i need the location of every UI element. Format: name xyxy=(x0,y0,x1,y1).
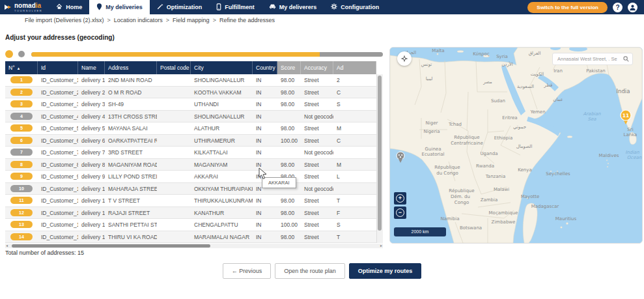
row-number-cell: 6 xyxy=(5,135,38,147)
horizontal-scrollbar[interactable]: ◂ ▸ xyxy=(5,244,383,248)
user-icon[interactable] xyxy=(628,3,637,12)
geocoding-progress xyxy=(5,50,383,59)
scroll-left-icon[interactable]: ◂ xyxy=(6,243,8,248)
table-row[interactable]: 2ID_Customer_2delivery 2O M R ROADKOOTHA… xyxy=(5,87,383,99)
row-number-cell: 10 xyxy=(5,183,38,195)
breadcrumb-item[interactable]: Refine the addresses xyxy=(219,17,275,23)
cell-address: OARKATPATTEAI ROAD xyxy=(105,135,157,147)
cell-accuracy: Street xyxy=(301,74,333,86)
table-row[interactable]: 1ID_Customer_1delivery 12ND MAIN ROADSHO… xyxy=(5,74,383,87)
cell-id: ID_Customer_1 xyxy=(38,74,78,86)
vertical-scrollbar[interactable] xyxy=(376,74,383,243)
table-row[interactable]: 4ID_Customer_4delivery 413TH CROSS STREE… xyxy=(5,111,383,123)
cell-postal xyxy=(157,183,191,195)
tab-my-deliveries[interactable]: My deliveries xyxy=(89,0,150,14)
addresses-table: N°▲IdNameAddressPostal codeCityCountrySc… xyxy=(5,61,383,243)
cell-address: T V STREET xyxy=(105,195,157,206)
table-row[interactable]: 12ID_Customer_12delivery 12RAJAJI STREET… xyxy=(5,207,383,220)
table-row[interactable]: 13ID_Customer_13delivery 13SANTHI PETTAI… xyxy=(5,219,383,231)
cell-accuracy: Street xyxy=(301,219,333,231)
zoom-out-button[interactable]: − xyxy=(394,206,406,219)
map-label: Congo xyxy=(455,200,469,205)
breadcrumb-item[interactable]: Location indicators xyxy=(114,17,163,23)
optimize-my-routes-button[interactable]: Optimize my routes xyxy=(349,263,422,279)
map-label: Sudan xyxy=(491,98,505,104)
cell-found: 2 xyxy=(333,74,376,86)
tab-configuration[interactable]: Configuration xyxy=(324,0,386,14)
column-header-id[interactable]: Id xyxy=(38,61,78,74)
vertical-scroll-thumb[interactable] xyxy=(378,76,382,231)
cell-accuracy: Not geocoded xyxy=(301,111,333,122)
table-row[interactable]: 14ID_Customer_14delivery 14THIRU VI KA R… xyxy=(5,231,383,244)
map-label: Syria xyxy=(496,54,508,59)
cell-postal xyxy=(157,159,191,171)
cell-city: MAGANIYAM xyxy=(191,159,253,171)
map-label: Κύπρος xyxy=(473,51,490,57)
cell-address: MAYANA SALAI xyxy=(105,122,157,134)
help-icon[interactable]: ? xyxy=(613,3,623,12)
cell-found: C xyxy=(333,135,376,147)
column-header-accuracy[interactable]: Accuracy xyxy=(301,61,333,74)
cell-city: THIRUKKALUKUNRAM xyxy=(191,195,253,206)
row-number-cell: 11 xyxy=(5,195,38,206)
table-row[interactable]: 10ID_Customer_10delivery 10MAHARAJA STRE… xyxy=(5,183,383,195)
zoom-in-button[interactable]: + xyxy=(394,192,406,205)
column-header-country[interactable]: Country xyxy=(253,61,277,74)
logo-arrow-icon xyxy=(4,3,12,11)
cell-score: 98.00 xyxy=(277,231,301,243)
table-row[interactable]: 6ID_Customer_6delivery 6OARKATPATTEAI RO… xyxy=(5,135,383,147)
breadcrumb-item[interactable]: File import (Deliveries (2).xlsx) xyxy=(25,17,104,23)
column-header-ad[interactable]: Ad xyxy=(333,61,376,74)
table-row[interactable]: 11ID_Customer_11delivery 11T V STREETTHI… xyxy=(5,195,383,207)
open-route-plan-button[interactable]: Open the route plan xyxy=(275,263,345,279)
column-header-name[interactable]: Name xyxy=(78,61,105,74)
nomadia-logo[interactable]: nomadia TOURSOLVER xyxy=(0,0,49,14)
table-row[interactable]: 9ID_Customer_9delivery 9LILLY POND STREE… xyxy=(5,171,383,183)
row-number-pill: 4 xyxy=(10,113,33,120)
column-header-score[interactable]: Score xyxy=(277,61,301,74)
table-row[interactable]: 8ID_Customer_8delivery 8MAGANIYAM ROADMA… xyxy=(5,159,383,171)
cell-address: 3RD STREET xyxy=(105,147,157,158)
breadcrumb-item[interactable]: Field mapping xyxy=(173,17,210,23)
table-row[interactable]: 3ID_Customer_3delivery 3SH-49UTHANDIIN98… xyxy=(5,98,383,111)
map-label: Guinea xyxy=(425,147,441,152)
map-search-box[interactable] xyxy=(552,53,633,65)
column-header-n-[interactable]: N°▲ xyxy=(5,61,38,74)
map-search-input[interactable] xyxy=(556,55,623,63)
world-map[interactable]: الجزائرتونسMaltaΚύπροςSyriaالعراقالأردنا… xyxy=(390,48,642,243)
tab-my-deliverers[interactable]: My deliverers xyxy=(262,0,324,14)
switch-full-version-button[interactable]: Switch to the full version xyxy=(527,2,608,13)
map-label: ليبيا xyxy=(426,76,433,81)
horizontal-scroll-thumb[interactable] xyxy=(12,244,210,248)
scroll-right-icon[interactable]: ▸ xyxy=(380,243,382,248)
tab-home[interactable]: Home xyxy=(49,0,89,14)
previous-button[interactable]: ← Previous xyxy=(223,263,272,279)
map-panel[interactable]: الجزائرتونسMaltaΚύπροςSyriaالعراقالأردنا… xyxy=(389,47,643,244)
cell-name: delivery 14 xyxy=(78,231,105,243)
map-label: مصر xyxy=(483,79,492,85)
cell-country: IN xyxy=(253,195,277,206)
cell-country: IN xyxy=(253,231,277,243)
row-number-pill: 3 xyxy=(10,100,33,107)
map-label: Lanka xyxy=(624,132,637,137)
table-row[interactable]: 5ID_Customer_5delivery 5MAYANA SALAIALAT… xyxy=(5,122,383,135)
column-header-address[interactable]: Address xyxy=(105,61,157,74)
cell-name: delivery 12 xyxy=(78,207,105,219)
column-header-city[interactable]: City xyxy=(191,61,253,74)
row-number-pill: 13 xyxy=(10,221,33,228)
map-label: Indian xyxy=(625,150,639,155)
column-header-postal-code[interactable]: Postal code xyxy=(157,61,191,74)
map-label: الأردن xyxy=(501,61,513,67)
map-label: Maldives xyxy=(599,153,619,158)
row-number-cell: 4 xyxy=(5,111,38,122)
map-label: Malawi xyxy=(494,187,509,192)
cell-address: O M R ROAD xyxy=(105,87,157,98)
tab-optimization[interactable]: Optimization xyxy=(150,0,210,14)
cell-name: delivery 4 xyxy=(78,111,105,122)
cell-score xyxy=(277,111,301,122)
table-row[interactable]: 7ID_Customer_7delivery 73RD STREETKILKAT… xyxy=(5,147,383,159)
map-label: Eritrea xyxy=(502,115,517,121)
tab-fulfillment[interactable]: Fulfillment xyxy=(209,0,262,14)
geolocate-button[interactable] xyxy=(397,51,412,66)
cell-name: delivery 6 xyxy=(78,135,105,147)
